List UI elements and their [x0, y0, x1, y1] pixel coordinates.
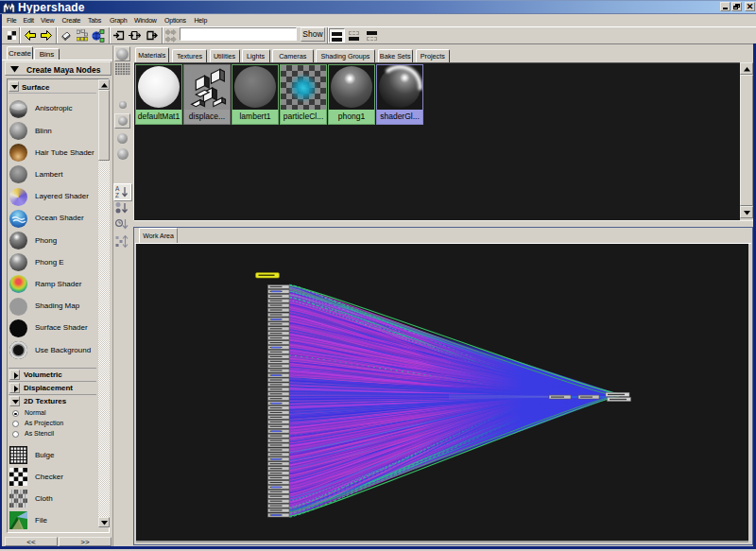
svg-text:A: A [115, 185, 120, 192]
svg-text:Z: Z [115, 192, 119, 198]
